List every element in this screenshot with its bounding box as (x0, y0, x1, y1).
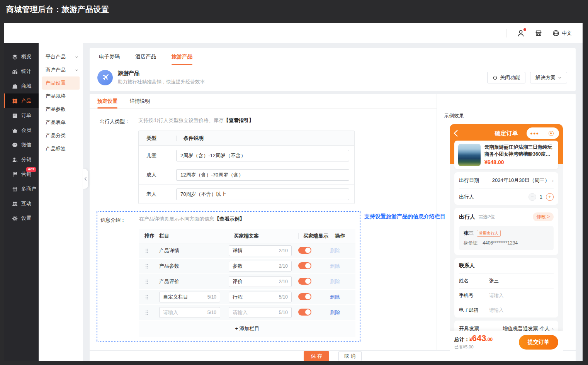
buyer-copy-input[interactable]: 行程5/10 (229, 292, 292, 302)
product-info: 云南旅游丽江泸沽湖三日游纯玩商务小团女神湾猪槽船360度环湖 ¥648.00 (484, 144, 554, 166)
language-switcher[interactable]: 中文 (552, 30, 572, 37)
traveler-item[interactable]: 张三 常用出行人 身份证 4406********1234 (459, 226, 554, 250)
settings-form-panel: 预定设置 详情说明 出行人类型： 支持按出行人类型独立设置价格、库存【查看指引】 (90, 94, 437, 350)
sidebar-item-order[interactable]: 订单 (4, 108, 39, 123)
drag-handle-icon[interactable] (139, 264, 159, 269)
product-icon (12, 98, 18, 104)
submenu-item-product-form[interactable]: 产品表单 (39, 116, 83, 129)
wechat-icon (12, 142, 18, 148)
buyer-copy-input[interactable]: 评价2/10 (229, 276, 292, 287)
minus-button[interactable]: − (529, 193, 536, 201)
modify-button[interactable]: 修改 > (533, 212, 554, 221)
info-intro-label: 信息介绍： (100, 216, 139, 337)
miniprogram-capsule: ●●● (527, 127, 559, 139)
sidebar-item-label: 统计 (21, 68, 31, 75)
adult-condition-input[interactable]: 12周岁（含）-70周岁（含） (176, 169, 349, 181)
sidebar-item-mall[interactable]: 商城 (4, 79, 39, 93)
user-icon[interactable] (517, 29, 525, 37)
traveler-count-row: 出行人 − 1 + (459, 188, 554, 205)
chevron-down-icon (75, 68, 78, 72)
store-icon[interactable] (535, 29, 542, 37)
submenu-group-platform-product[interactable]: 平台产品 (39, 50, 83, 63)
visibility-toggle[interactable] (298, 278, 311, 285)
buyer-copy-input[interactable]: 参数2/10 (229, 261, 292, 272)
email-input[interactable]: 请输入 (489, 307, 504, 314)
info-intro-section: 支持设置旅游产品的信息介绍栏目 信息介绍： 在产品详情页展示不同方面的信息【查看… (97, 211, 360, 342)
sidebar-item-wechat[interactable]: 微信 (4, 138, 39, 152)
sidebar-item-stats[interactable]: 统计 (4, 64, 39, 79)
submenu-item-product-spec[interactable]: 产品规格 (39, 90, 83, 103)
submenu-group-merchant-product[interactable]: 商户产品 (39, 63, 83, 76)
submenu-item-product-params[interactable]: 产品参数 (39, 103, 83, 116)
tab-hotel-product[interactable]: 酒店产品 (135, 48, 156, 65)
traveler-type-label: 出行人类型： (100, 117, 138, 204)
buyer-copy-input[interactable]: 详情2/10 (229, 245, 292, 256)
save-button[interactable]: 保 存 (304, 351, 329, 361)
child-condition-input[interactable]: 2周岁（含）-12周岁（不含） (176, 150, 349, 161)
subtab-detail-description[interactable]: 详情说明 (130, 94, 150, 108)
power-icon (493, 75, 498, 80)
back-chevron-icon[interactable] (454, 130, 463, 137)
traveler-type-field: 支持按出行人类型独立设置价格、库存【查看指引】 类型 条件说明 儿童 (138, 117, 355, 204)
sidebar-collapse-handle[interactable] (83, 169, 88, 189)
chevron-down-icon (75, 55, 78, 59)
delete-link: 删除 (330, 263, 340, 269)
solution-button[interactable]: 解决方案 (530, 72, 567, 83)
phone-input[interactable]: 请输入 (489, 292, 504, 299)
travel-plane-icon (97, 70, 113, 85)
submenu-item-product-category[interactable]: 产品分类 (39, 129, 83, 142)
more-dots-icon[interactable]: ●●● (527, 131, 543, 136)
settings-card: 预定设置 详情说明 出行人类型： 支持按出行人类型独立设置价格、库存【查看指引】 (90, 94, 576, 350)
buyer-copy-input[interactable]: 请输入5/10 (229, 307, 292, 318)
sidebar-item-overview[interactable]: 概况 (4, 49, 39, 64)
visibility-toggle[interactable] (298, 247, 311, 254)
submenu-item-product-tag[interactable]: 产品标签 (39, 142, 83, 155)
view-guide-link[interactable]: 【查看指引】 (224, 117, 254, 123)
sidebar-item-label: 商城 (21, 83, 31, 90)
product-image (458, 144, 481, 166)
custom-column-input[interactable]: 自定义栏目5/10 (159, 292, 220, 302)
drag-handle-icon[interactable] (139, 295, 159, 300)
delete-link[interactable]: 删除 (330, 309, 340, 315)
sidebar-item-multi-merchant[interactable]: 多商户 (4, 182, 39, 196)
table-row: 产品评价 评价2/10 删除 (139, 274, 355, 290)
table-row: 产品参数 参数2/10 删除 (139, 259, 355, 274)
sidebar-item-distribution[interactable]: 分销 (4, 152, 39, 167)
table-row: 成人 12周岁（含）-70周岁（含） (139, 165, 354, 184)
sidebar-item-product[interactable]: 产品 (4, 93, 39, 108)
drag-handle-icon[interactable] (139, 279, 159, 284)
sidebar-item-member[interactable]: 会员 (4, 123, 39, 138)
sidebar-item-settings[interactable]: 设置 (4, 211, 39, 226)
table-header: 排序 栏目 买家端文案 买家端显示 操作 (139, 229, 355, 243)
product-card: 云南旅游丽江泸沽湖三日游纯玩商务小团女神湾猪槽船360度环湖 ¥648.00 (454, 141, 558, 169)
tab-evoucher[interactable]: 电子券码 (99, 48, 120, 65)
submit-order-button[interactable]: 提交订单 (519, 335, 558, 350)
visibility-toggle[interactable] (298, 262, 311, 269)
delete-link[interactable]: 删除 (330, 294, 340, 300)
view-example-link[interactable]: 【查看示例】 (214, 216, 245, 222)
traveler-type-table: 类型 条件说明 儿童 2周岁（含）-12周岁（不含） 成人 (138, 131, 355, 204)
capsule-target-icon[interactable] (543, 131, 559, 136)
sidebar-item-marketing[interactable]: 营销 HOT (4, 167, 39, 182)
app-body: 概况 统计 商城 产品 订单 会员 (4, 43, 583, 361)
tab-travel-product[interactable]: 旅游产品 (172, 48, 192, 65)
subtab-booking-settings[interactable]: 预定设置 (97, 94, 117, 108)
visibility-toggle[interactable] (298, 309, 311, 316)
close-feature-button[interactable]: 关闭功能 (487, 72, 525, 83)
settings-icon (12, 216, 18, 221)
drag-handle-icon[interactable] (139, 248, 159, 253)
table-row: 老人 70周岁（不含）以上 (139, 184, 354, 204)
distribution-icon (12, 157, 18, 163)
drag-handle-icon[interactable] (139, 310, 159, 315)
info-intro-table: 排序 栏目 买家端文案 买家端显示 操作 产品详情 (139, 229, 355, 337)
senior-condition-input[interactable]: 70周岁（不含）以上 (176, 188, 349, 200)
interaction-icon (12, 201, 18, 207)
custom-column-input[interactable]: 请输入5/10 (159, 307, 220, 318)
plus-button[interactable]: + (546, 193, 554, 201)
visibility-toggle[interactable] (298, 293, 311, 300)
trip-date-row[interactable]: 出行日期 2024年10月30日（周三） › (459, 172, 554, 188)
cancel-button[interactable]: 取 消 (338, 351, 362, 361)
add-column-button[interactable]: + 添加栏目 (139, 321, 355, 337)
sidebar-item-interaction[interactable]: 互动 (4, 196, 39, 211)
submenu-item-product-settings[interactable]: 产品设置 (42, 76, 80, 90)
